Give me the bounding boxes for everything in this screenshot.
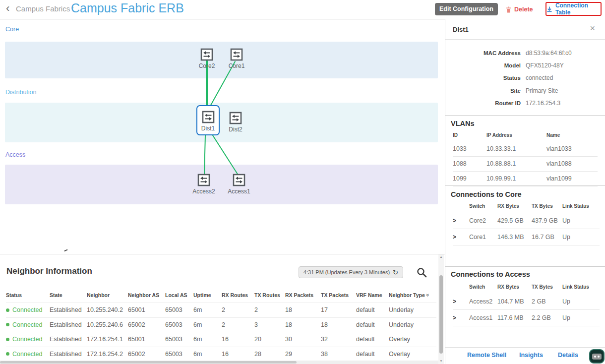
switch-icon <box>233 174 245 186</box>
column-header[interactable]: VRF Name <box>356 290 389 303</box>
cell-switch: Core2 <box>469 213 497 229</box>
edit-configuration-button[interactable]: Edit Configuration <box>435 3 498 15</box>
cell-neighbor-type: Underlay <box>389 303 436 317</box>
status-dot <box>6 352 9 356</box>
cell-rx-routes: 16 <box>222 347 254 362</box>
column-header <box>453 202 469 213</box>
details-link[interactable]: Details <box>558 352 578 359</box>
node-dist1-selected[interactable]: Dist1 <box>196 105 220 135</box>
column-header: TX Bytes <box>532 283 562 294</box>
cell-tx-packets: 32 <box>321 332 356 347</box>
cell-rx-packets: 18 <box>285 317 321 332</box>
cell-neighbor-as: 65002 <box>128 347 165 362</box>
device-fields: MAC Address d8:53:9a:64:6f:c0 Model QFX5… <box>445 47 605 110</box>
switch-icon <box>230 48 243 61</box>
row-expand-icon[interactable]: > <box>453 213 469 229</box>
column-header[interactable]: RX Packets <box>285 290 321 303</box>
details-panel-title: Dist1 <box>453 26 469 33</box>
switch-icon <box>200 48 213 61</box>
connections-to-core-title: Connections to Core <box>451 190 522 198</box>
column-header[interactable]: Local AS <box>165 290 193 303</box>
connections-to-core-table: Switch RX Bytes TX Bytes Link Status > C… <box>453 202 600 245</box>
cell-link-status: Up <box>562 229 600 245</box>
cell-state: Established <box>50 332 87 347</box>
chat-assistant-button[interactable] <box>589 349 605 364</box>
cell-uptime: 6m <box>193 332 222 347</box>
scroll-up-icon[interactable]: ▲ <box>438 255 444 259</box>
delete-button[interactable]: Delete <box>506 5 533 14</box>
row-expand-icon[interactable]: > <box>453 229 469 245</box>
column-header-sortable[interactable]: Neighbor Type» <box>389 290 436 303</box>
field-row: Model QFX5120-48Y <box>445 59 605 71</box>
connection-table-button[interactable]: Connection Table <box>545 2 602 16</box>
scroll-down-icon[interactable]: ▼ <box>438 359 444 364</box>
column-header: Link Status <box>562 202 600 213</box>
trash-icon <box>506 6 511 13</box>
remote-shell-link[interactable]: Remote Shell <box>467 352 506 359</box>
cell-tx-routes: 20 <box>254 332 285 347</box>
horizontal-scrollbar[interactable] <box>0 361 438 364</box>
app-header: ‹ Campus Fabrics : Campus Fabric ERB Edi… <box>0 0 605 19</box>
node-label: Access2 <box>192 188 215 195</box>
column-header[interactable]: TX Routes <box>254 290 285 303</box>
cell-vrf-name: default <box>356 303 389 317</box>
status-dot <box>6 308 9 312</box>
back-icon[interactable]: ‹ <box>6 2 9 15</box>
column-header: Link Status <box>562 283 600 294</box>
column-header[interactable]: State <box>50 290 87 303</box>
column-header[interactable]: RX Routes <box>222 290 254 303</box>
node-access2[interactable]: Access2 <box>188 174 220 195</box>
column-header[interactable]: Neighbor <box>87 290 128 303</box>
field-row: Status connected <box>445 72 605 84</box>
cell-neighbor: 172.16.254.1 <box>87 332 128 347</box>
neighbor-information-title: Neighbor Information <box>6 266 92 276</box>
cell-switch: Access1 <box>469 310 497 326</box>
cell-neighbor: 10.255.240.6 <box>87 317 128 332</box>
breadcrumb[interactable]: Campus Fabrics : <box>16 4 74 13</box>
cell-tx-bytes: 2.2 GB <box>532 310 562 326</box>
field-value: Primary Site <box>526 87 558 94</box>
details-panel-header: Dist1 × <box>445 19 605 40</box>
cell-rx-bytes: 117.6 MB <box>497 310 532 326</box>
access-tier-band <box>5 165 438 204</box>
cell-neighbor: 10.255.240.2 <box>87 303 128 317</box>
refresh-interval-pill[interactable]: 4:31 PM (Updates Every 3 Minutes) ↻ <box>299 266 403 278</box>
node-access1[interactable]: Access1 <box>223 174 255 195</box>
search-icon[interactable] <box>417 267 427 278</box>
column-header[interactable]: TX Packets <box>321 290 356 303</box>
field-label: MAC Address <box>445 50 521 56</box>
row-expand-icon[interactable]: > <box>453 294 469 310</box>
cell-vlan-name: vlan1033 <box>546 142 598 157</box>
device-details-panel: Dist1 × MAC Address d8:53:9a:64:6f:c0 Mo… <box>445 19 605 364</box>
cell-rx-bytes: 429.5 GB <box>497 213 532 229</box>
vertical-scrollbar[interactable]: ▲ ▼ <box>438 254 444 364</box>
column-header[interactable]: Status <box>6 290 50 303</box>
node-core1[interactable]: Core1 <box>221 48 252 69</box>
node-dist2[interactable]: Dist2 <box>220 112 251 133</box>
clipped-text-fragment <box>63 248 67 252</box>
horizontal-scrollbar-thumb[interactable] <box>0 361 297 364</box>
row-expand-icon[interactable]: > <box>453 310 469 326</box>
cell-uptime: 6m <box>193 317 222 332</box>
download-icon <box>546 6 552 12</box>
cell-status: Connected <box>6 303 50 317</box>
field-value: connected <box>526 74 553 81</box>
refresh-icon: ↻ <box>393 269 398 276</box>
cell-rx-routes: 2 <box>222 317 254 332</box>
column-header[interactable]: Neighbor AS <box>128 290 165 303</box>
field-row: MAC Address d8:53:9a:64:6f:c0 <box>445 47 605 59</box>
column-header[interactable]: Uptime <box>193 290 222 303</box>
close-icon[interactable]: × <box>590 23 595 34</box>
cell-neighbor-as: 65001 <box>128 332 165 347</box>
insights-link[interactable]: Insights <box>519 352 543 359</box>
node-core2[interactable]: Core2 <box>191 48 223 69</box>
node-label: Dist2 <box>229 126 242 133</box>
neighbor-information-panel: Neighbor Information 4:31 PM (Updates Ev… <box>0 254 445 364</box>
cell-status: Connected <box>6 347 50 362</box>
vlans-title: VLANs <box>451 120 475 127</box>
field-label: Router ID <box>445 100 521 106</box>
vertical-scrollbar-thumb[interactable] <box>439 275 443 354</box>
section-divider <box>445 115 605 116</box>
cell-vlan-id: 1033 <box>453 142 486 157</box>
delete-label: Delete <box>514 6 533 13</box>
